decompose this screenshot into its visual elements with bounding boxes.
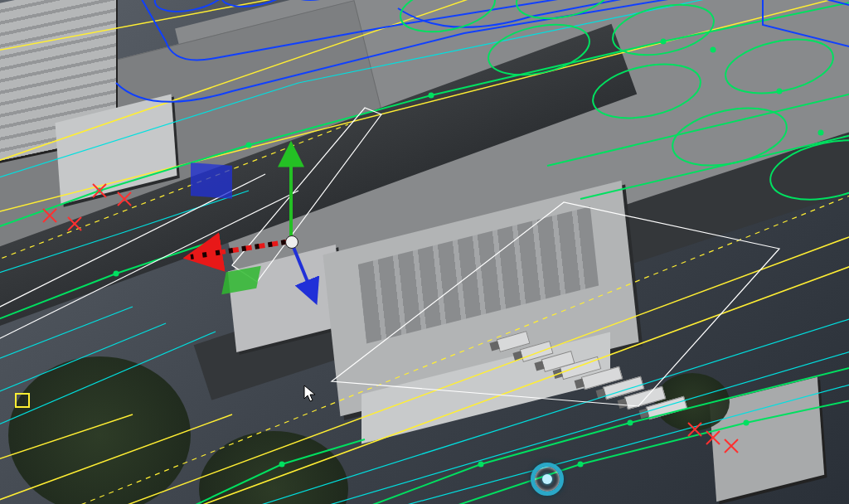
target-dot-icon	[542, 474, 552, 484]
svg-point-6	[578, 462, 584, 468]
svg-point-5	[628, 420, 633, 426]
svg-point-21	[152, 0, 230, 17]
poi-target-marker[interactable]	[531, 463, 564, 496]
waypoint-label: 0	[20, 395, 25, 405]
mouse-cursor-icon	[303, 385, 317, 403]
gizmo-z-axis	[291, 241, 315, 300]
gizmo-axes	[182, 141, 398, 307]
transform-gizmo[interactable]	[182, 141, 398, 307]
svg-point-4	[478, 462, 484, 468]
waypoint-marker[interactable]: 0	[15, 393, 30, 408]
gizmo-origin[interactable]	[285, 235, 298, 249]
editor-3d-viewport[interactable]: 0	[0, 0, 849, 504]
vegetation-patch	[199, 431, 348, 504]
vegetation-patch	[8, 356, 191, 504]
